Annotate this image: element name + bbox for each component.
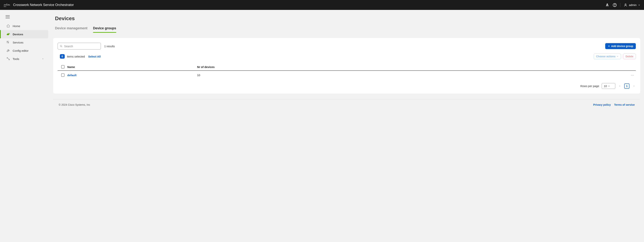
chevron-down-icon — [638, 4, 640, 6]
nr-devices-value: 10 — [197, 74, 625, 77]
product-title: Crosswork Network Service Orchestrator — [13, 3, 74, 7]
wrench-icon — [6, 49, 10, 53]
svg-rect-17 — [7, 41, 8, 42]
rows-per-page-select[interactable]: 10 — [602, 83, 615, 89]
add-device-group-button[interactable]: Add device group — [605, 43, 636, 49]
tools-icon — [6, 57, 10, 61]
sidebar-item-config-editor[interactable]: Config editor — [0, 47, 50, 55]
svg-text:cisco: cisco — [4, 6, 6, 7]
brand: cisco Crosswork Network Service Orchestr… — [4, 3, 605, 7]
add-button-label: Add device group — [611, 45, 633, 48]
chevron-down-icon — [616, 56, 618, 57]
topbar: cisco Crosswork Network Service Orchestr… — [0, 0, 644, 10]
table-row: default 10 ⋯ — [58, 71, 636, 79]
sidebar-item-label: Home — [13, 25, 20, 28]
column-name[interactable]: Name — [66, 65, 197, 69]
copyright: © 2024 Cisco Systems, Inc — [59, 103, 90, 106]
sidebar-item-devices[interactable]: Devices — [0, 30, 48, 38]
group-name-link[interactable]: default — [67, 74, 76, 77]
rocket-icon[interactable] — [605, 3, 609, 7]
chevron-down-icon — [608, 85, 610, 87]
user-menu[interactable]: admin — [624, 3, 640, 7]
page-title: Devices — [50, 16, 644, 26]
terms-of-service-link[interactable]: Terms of service — [614, 103, 635, 106]
svg-point-8 — [607, 4, 608, 5]
sidebar-item-services[interactable]: Services — [0, 38, 50, 47]
row-actions-menu[interactable]: ⋯ — [631, 73, 634, 77]
search-wrap — [58, 43, 101, 50]
sidebar-item-tools[interactable]: Tools — [0, 55, 50, 63]
devices-icon — [6, 32, 10, 36]
sidebar: Home Devices Services Config editor Tool… — [0, 10, 50, 242]
sidebar-item-label: Services — [13, 41, 24, 44]
device-groups-table: Name Nr of devices default 10 ⋯ — [58, 63, 636, 79]
footer: © 2024 Cisco Systems, Inc Privacy policy… — [53, 99, 640, 110]
svg-rect-16 — [8, 33, 10, 34]
sidebar-item-home[interactable]: Home — [0, 22, 50, 30]
chevron-right-icon — [42, 58, 44, 60]
pagination: Rows per page 10 1 — [58, 83, 636, 89]
sidebar-item-label: Tools — [13, 57, 19, 61]
delete-button[interactable]: Delete — [623, 54, 636, 59]
user-icon — [624, 3, 628, 7]
svg-rect-19 — [7, 42, 8, 43]
home-icon — [6, 24, 10, 28]
items-selected-label: items selected — [67, 55, 85, 58]
selection-toolbar: 0 items selected Select All Choose actio… — [58, 54, 636, 59]
tab-device-groups[interactable]: Device groups — [93, 26, 116, 33]
table-header: Name Nr of devices — [58, 63, 636, 71]
choose-actions-button[interactable]: Choose actions — [594, 54, 621, 59]
user-name: admin — [629, 3, 636, 7]
next-page-button[interactable] — [632, 84, 636, 88]
select-all-checkbox[interactable] — [61, 65, 64, 69]
svg-point-11 — [625, 4, 626, 5]
choose-actions-label: Choose actions — [596, 55, 616, 58]
services-icon — [6, 41, 10, 44]
tab-device-management[interactable]: Device management — [55, 26, 88, 33]
svg-point-21 — [60, 45, 62, 47]
rows-per-page-label: Rows per page — [580, 84, 599, 88]
svg-rect-20 — [8, 42, 9, 43]
main-content: Devices Device management Device groups … — [50, 10, 644, 242]
privacy-policy-link[interactable]: Privacy policy — [593, 103, 611, 106]
svg-rect-18 — [8, 41, 9, 42]
row-checkbox[interactable] — [61, 73, 64, 77]
hamburger-button[interactable] — [0, 14, 50, 22]
page-number[interactable]: 1 — [624, 84, 630, 89]
selected-count-badge: 0 — [60, 54, 65, 59]
sidebar-item-label: Devices — [13, 33, 23, 36]
sidebar-item-label: Config editor — [13, 49, 28, 52]
plus-icon — [608, 45, 610, 47]
help-icon[interactable] — [613, 3, 617, 7]
tabs: Device management Device groups — [50, 26, 644, 33]
select-all-button[interactable]: Select All — [87, 55, 102, 58]
results-count: 1 results — [104, 45, 115, 48]
content-card: 1 results Add device group 0 items selec… — [53, 38, 640, 94]
rpp-value: 10 — [604, 84, 607, 88]
column-nr-devices[interactable]: Nr of devices — [197, 65, 625, 69]
svg-line-22 — [62, 47, 62, 47]
cisco-logo-icon: cisco — [4, 3, 11, 7]
search-toolbar: 1 results Add device group — [58, 43, 636, 50]
search-icon — [60, 45, 62, 48]
topbar-actions: admin — [605, 3, 640, 7]
prev-page-button[interactable] — [618, 84, 622, 88]
search-input[interactable] — [58, 43, 101, 50]
svg-point-10 — [614, 6, 615, 6]
